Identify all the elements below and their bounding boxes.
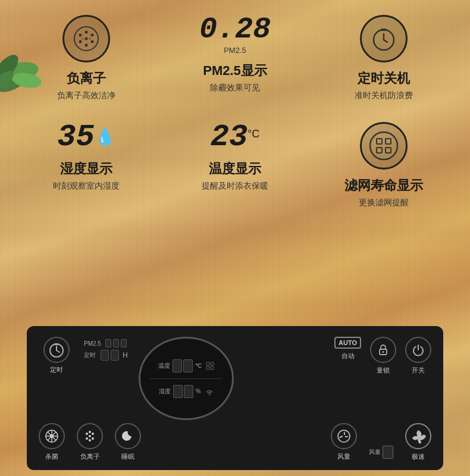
- panel-temp-label: 温度: [158, 362, 170, 370]
- panel-timer-section: 定时: [39, 337, 74, 420]
- pm25-desc: 除霾效果可见: [210, 83, 260, 93]
- svg-rect-16: [386, 139, 391, 144]
- feature-temperature: 23 °C 温度显示 提醒及时添衣保暖: [161, 113, 309, 220]
- panel-central-display: 温度 ℃ 湿度: [139, 337, 234, 420]
- panel-auto-label: 自动: [341, 352, 355, 361]
- panel-lock-icon: [370, 337, 396, 363]
- svg-point-5: [85, 44, 88, 47]
- panel-child-lock-item[interactable]: 童锁: [370, 337, 396, 375]
- humidity-title: 湿度显示: [60, 160, 112, 178]
- panel-temp-seg: [173, 359, 193, 372]
- panel-auto-item[interactable]: AUTO 自动: [334, 337, 361, 375]
- feature-filter: 滤网寿命显示 更换滤网提醒: [309, 113, 458, 220]
- panel-bottom-row: 杀菌 负离子: [39, 423, 431, 461]
- svg-point-41: [86, 433, 88, 435]
- panel-sleep-icon: [115, 423, 141, 449]
- panel-turbo-label: 极速: [412, 452, 425, 461]
- temperature-title: 温度显示: [209, 160, 261, 178]
- svg-rect-29: [211, 362, 214, 365]
- panel-right-section: AUTO 自动 童锁: [334, 337, 431, 420]
- panel-neg-ion-item[interactable]: 负离子: [77, 423, 103, 461]
- panel-timer-icon: [43, 337, 70, 363]
- svg-line-26: [57, 350, 59, 352]
- panel-bacteria-item[interactable]: 杀菌: [39, 423, 65, 461]
- timer-desc: 准时关机防浪费: [355, 90, 413, 101]
- svg-rect-28: [206, 362, 209, 365]
- panel-timing-row: 定时 H: [84, 350, 128, 361]
- svg-point-6: [91, 40, 94, 43]
- panel-turbo-item[interactable]: 极速: [405, 423, 431, 461]
- panel-power-item[interactable]: 开关: [405, 337, 431, 375]
- pm25-label: PM2.5: [224, 46, 246, 55]
- panel-humidity-row: 湿度 %: [159, 385, 214, 398]
- panel-humidity-label: 湿度: [159, 387, 171, 396]
- svg-rect-18: [386, 148, 391, 153]
- panel-celsius: ℃: [195, 362, 202, 369]
- svg-point-9: [89, 38, 91, 40]
- panel-power-label: 开关: [412, 366, 425, 375]
- panel-power-icon: [405, 337, 431, 363]
- panel-wind-icon: [331, 423, 357, 449]
- panel-pm-display: [105, 339, 127, 347]
- panel-bottom-right-icons: 风量 风量 极速: [331, 423, 431, 461]
- svg-point-40: [50, 434, 54, 438]
- panel-wind-seg: [383, 446, 393, 459]
- panel-child-lock-label: 童锁: [377, 366, 390, 375]
- svg-point-8: [82, 38, 84, 40]
- svg-point-32: [208, 393, 209, 394]
- svg-point-42: [89, 431, 91, 433]
- feature-pm25: 0.28 PM2.5 PM2.5显示 除霾效果可见: [161, 6, 309, 113]
- svg-point-47: [89, 435, 91, 437]
- feature-humidity: 35 💧 湿度显示 时刻观察室内湿度: [12, 113, 161, 220]
- timer-icon: [360, 15, 408, 62]
- svg-rect-31: [211, 367, 214, 369]
- humidity-value: 35: [57, 122, 94, 153]
- panel-wind-item[interactable]: 风量: [331, 423, 357, 461]
- panel-temp-row: 温度 ℃: [158, 359, 214, 372]
- svg-point-45: [89, 439, 91, 441]
- timer-title: 定时关机: [358, 70, 410, 87]
- svg-point-44: [86, 437, 88, 440]
- svg-point-7: [85, 37, 88, 40]
- humidity-desc: 时刻观察室内湿度: [53, 181, 120, 192]
- panel-mid-section: PM2.5 定时 H: [84, 339, 128, 420]
- pm25-title: PM2.5显示: [203, 62, 267, 80]
- svg-point-2: [85, 31, 88, 34]
- svg-point-14: [370, 132, 397, 159]
- filter-title: 滤网寿命显示: [344, 177, 423, 195]
- panel-wind-mini-item: 风量: [369, 446, 393, 461]
- svg-rect-30: [206, 367, 209, 369]
- panel-bacteria-icon: [39, 423, 65, 449]
- pm25-value: 0.28: [199, 15, 271, 45]
- svg-line-12: [384, 40, 387, 42]
- control-panel: 定时 PM2.5 定时 H: [27, 326, 443, 470]
- filter-desc: 更换滤网提醒: [359, 198, 409, 208]
- svg-point-34: [383, 351, 384, 353]
- panel-neg-ion-icon: [77, 423, 103, 449]
- panel-wind-label: 风量: [337, 452, 350, 461]
- svg-point-43: [92, 433, 94, 435]
- temp-unit: °C: [247, 128, 259, 140]
- panel-h-label: H: [123, 351, 128, 359]
- svg-rect-15: [377, 139, 382, 144]
- svg-point-46: [92, 437, 94, 440]
- panel-neg-ion-label: 负离子: [80, 452, 100, 461]
- panel-timing-label: 定时: [84, 351, 97, 359]
- panel-bacteria-label: 杀菌: [45, 452, 58, 461]
- panel-right-icons: AUTO 自动 童锁: [334, 337, 431, 375]
- panel-bottom-left-icons: 杀菌 负离子: [39, 423, 141, 461]
- svg-rect-17: [377, 148, 382, 153]
- svg-rect-13: [381, 29, 387, 31]
- svg-point-4: [79, 40, 82, 43]
- negative-ion-title: 负离子: [67, 70, 106, 87]
- panel-timer-label: 定时: [50, 365, 63, 374]
- panel-pm25-row: PM2.5: [84, 339, 128, 347]
- panel-pm-label: PM2.5: [84, 340, 102, 347]
- panel-turbo-icon: [405, 423, 431, 449]
- svg-point-49: [343, 435, 345, 437]
- humidity-unit-icon: 💧: [95, 127, 115, 146]
- panel-sleep-item[interactable]: 睡眠: [115, 423, 141, 461]
- feature-timer: 定时关机 准时关机防浪费: [309, 6, 458, 113]
- panel-sleep-label: 睡眠: [121, 452, 134, 461]
- plant-decoration: [0, 36, 59, 95]
